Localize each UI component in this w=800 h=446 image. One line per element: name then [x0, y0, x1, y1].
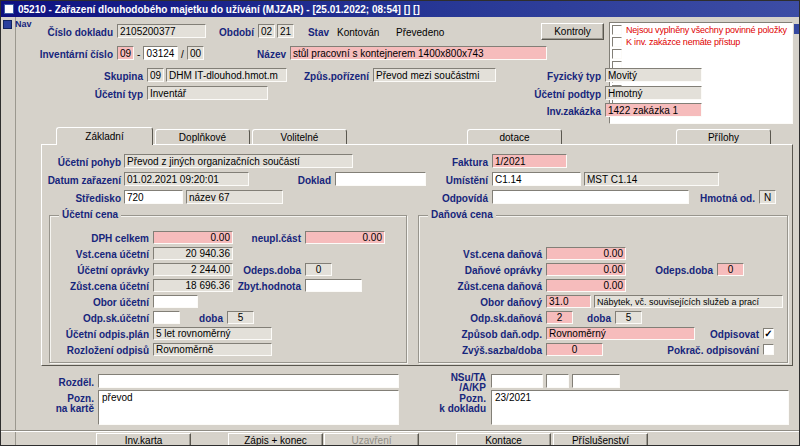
odeps-doba-danova-label: Odeps.doba — [643, 264, 713, 277]
inventarni-cislo-separator-2: / — [181, 48, 184, 61]
zust-cena-ucetni-field[interactable]: 18 696.36 — [153, 279, 233, 292]
nazev-label: Název — [214, 48, 286, 61]
dph-celkem-field[interactable]: 0.00 — [153, 231, 233, 244]
inventarni-cislo-separator-1: - — [137, 48, 140, 61]
umisteni-text-field[interactable]: MST C1.14 — [584, 172, 719, 186]
message-checkbox[interactable] — [612, 49, 622, 59]
odeps-doba-ucetni-field[interactable]: 0 — [305, 263, 332, 276]
bottom-bar-highlight — [1, 431, 800, 432]
panel-corner-button[interactable] — [794, 24, 800, 34]
zapis-konec-button[interactable]: Zápis + konec — [228, 433, 323, 446]
inv-zakazka-field[interactable]: 1422 zakázka 1 — [605, 103, 702, 117]
stav-label: Stav — [301, 26, 329, 39]
rozdel-field[interactable] — [98, 374, 399, 388]
tab-doplnkove[interactable]: Doplňkové — [155, 129, 250, 144]
tab-volitelne[interactable]: Volitelné — [252, 129, 347, 144]
ucetni-opravky-field[interactable]: 2 244.00 — [153, 263, 233, 276]
odp-sk-ucetni-label: Odp.sk.účetní — [45, 312, 149, 325]
ucetni-odpis-plan-field[interactable]: 5 let rovnoměrný — [153, 327, 272, 340]
nav-strip-divider — [15, 17, 16, 446]
doba-danova-label: doba — [577, 312, 611, 325]
vst-cena-ucetni-field[interactable]: 20 940.36 — [153, 247, 233, 260]
uzavreni-button: Uzavření — [324, 433, 419, 446]
obdobi-field-2[interactable]: 21 — [277, 24, 294, 38]
skupina-label: Skupina — [59, 70, 143, 83]
hmotna-od-field[interactable]: N — [759, 190, 776, 204]
obor-danovy-text-field[interactable]: Nábytek, vč. souvisejících služeb a prac… — [594, 295, 783, 308]
window-title: 05210 - Zařazení dlouhodobého majetku do… — [18, 4, 420, 15]
stredisko-text-field[interactable]: název 67 — [186, 190, 283, 204]
vst-cena-danova-label: Vst.cena daňová — [432, 248, 542, 261]
message-checkbox[interactable] — [612, 37, 622, 47]
fyzicky-typ-label: Fyzický typ — [529, 70, 601, 83]
zpus-porizeni-field[interactable]: Převod mezi součástmi — [373, 68, 496, 82]
fyzicky-typ-field[interactable]: Movitý — [605, 68, 702, 82]
doba-danova-field[interactable]: 5 — [615, 311, 642, 324]
odp-sk-danova-field[interactable]: 2 — [546, 311, 573, 324]
application-window: 05210 - Zařazení dlouhodobého majetku do… — [0, 0, 800, 446]
nsu-field-3[interactable] — [572, 374, 620, 388]
cislo-dokladu-field[interactable]: 2105200377 — [117, 24, 206, 38]
nazev-field[interactable]: stůl pracovní s kontejnerem 1400x800x743 — [290, 46, 547, 60]
obdobi-field-1[interactable]: 02 — [258, 24, 275, 38]
stredisko-code-field[interactable]: 720 — [124, 190, 183, 204]
tab-zakladni[interactable]: Základní — [56, 127, 153, 145]
zust-cena-danova-field[interactable]: 0.00 — [546, 279, 626, 292]
kontroly-button[interactable]: Kontroly — [541, 23, 604, 40]
datum-zarazeni-field[interactable]: 01.02.2021 09:20:01 — [124, 172, 249, 186]
pozn-karta-textarea[interactable]: převod — [98, 390, 399, 425]
danova-cena-title: Daňová cena — [428, 209, 496, 221]
obor-ucetni-label: Obor účetní — [45, 296, 149, 309]
umisteni-code-field[interactable]: C1.14 — [492, 172, 581, 186]
ucetni-podtyp-field[interactable]: Hmotný — [605, 86, 702, 100]
ucetni-typ-field[interactable]: Inventář — [147, 86, 268, 100]
obor-ucetni-field[interactable] — [153, 295, 198, 308]
umisteni-label: Umístění — [429, 174, 488, 187]
title-bar: 05210 - Zařazení dlouhodobého majetku do… — [1, 1, 800, 17]
ucetni-pohyb-field[interactable]: Převod z jiných organizačních součástí — [124, 154, 353, 168]
inventarni-cislo-field-2[interactable]: 03124 — [143, 46, 178, 60]
tab-dotace[interactable]: dotace — [467, 129, 562, 144]
pozn-doklad-textarea[interactable]: 23/2021 — [491, 390, 789, 425]
doba-ucetni-field[interactable]: 5 — [227, 311, 254, 324]
odeps-doba-danova-field[interactable]: 0 — [717, 263, 744, 276]
neupl-cast-label: neupl.část — [229, 232, 301, 245]
obor-danovy-field[interactable]: 31.0 — [546, 295, 591, 308]
doklad-field[interactable] — [335, 172, 426, 186]
warning-text: Nejsou vyplněny všechny povinné položky — [626, 25, 787, 36]
danove-opravky-field[interactable]: 0.00 — [546, 263, 626, 276]
pozn-karta-label-2: na kartě — [47, 402, 94, 415]
zpusob-dan-odp-label: Způsob daň.odp. — [432, 328, 542, 341]
hmotna-od-label: Hmotná od. — [689, 192, 755, 205]
inv-zakazka-label: Inv.zakázka — [521, 105, 601, 118]
odpisovat-checkbox[interactable]: ✓ — [763, 328, 774, 339]
neupl-cast-field[interactable]: 0.00 — [305, 231, 385, 244]
zpusob-dan-odp-field[interactable]: Rovnoměrný — [546, 327, 695, 340]
inventarni-cislo-field-1[interactable]: 09 — [117, 46, 134, 60]
pokrac-odpisovani-label: Pokrač. odpisování — [651, 344, 759, 357]
faktura-field[interactable]: 1/2021 — [492, 154, 567, 168]
prislusenstvi-button[interactable]: Příslušenství — [553, 433, 648, 446]
vst-cena-danova-field[interactable]: 0.00 — [546, 247, 626, 260]
stav-value-2: Převedeno — [396, 26, 444, 39]
kontace-button[interactable]: Kontace — [456, 433, 551, 446]
tab-prilohy[interactable]: Přílohy — [676, 129, 771, 144]
odeps-doba-ucetni-label: Odeps.doba — [229, 264, 301, 277]
ucetni-odpis-plan-label: Účetní odpis.plán — [45, 328, 149, 341]
rozlozeni-odpisu-field[interactable]: Rovnoměrně — [153, 343, 272, 356]
danove-opravky-label: Daňové oprávky — [432, 264, 542, 277]
nsu-field-1[interactable] — [491, 374, 543, 388]
zbyt-hodnota-field[interactable] — [305, 279, 362, 292]
pokrac-odpisovani-checkbox[interactable] — [763, 344, 774, 355]
zvys-sazba-doba-field[interactable]: 0 — [546, 343, 603, 356]
inv-karta-button[interactable]: Inv.karta — [96, 433, 191, 446]
message-checkbox[interactable] — [612, 25, 622, 35]
odpovida-field[interactable] — [492, 190, 689, 204]
skupina-code-field[interactable]: 09 — [147, 68, 164, 82]
skupina-text-field[interactable]: DHM IT-dlouhod.hmot.m — [166, 68, 287, 82]
ucetni-typ-label: Účetní typ — [59, 88, 143, 101]
inventarni-cislo-field-3[interactable]: 00 — [187, 46, 204, 60]
nsu-field-2[interactable] — [546, 374, 569, 388]
stav-value-1: Kontován — [337, 26, 379, 39]
odp-sk-ucetni-field[interactable] — [153, 311, 180, 324]
